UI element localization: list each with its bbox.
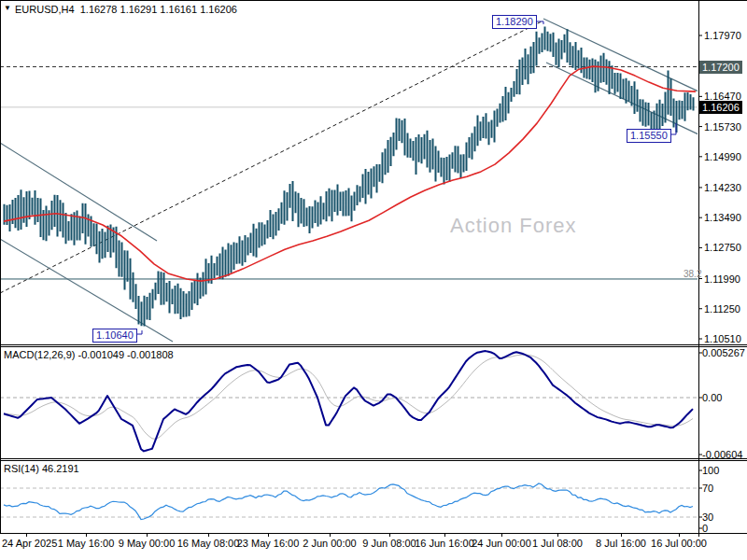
- mt4-chart-window: ▼ EURUSD,H4 1.16278 1.16291 1.16161 1.16…: [0, 0, 747, 560]
- time-axis-label: 23 May 16:00: [237, 538, 300, 549]
- macd-axis-label: 0.005267: [702, 347, 745, 358]
- callout-connector: [136, 330, 142, 334]
- macd-axis-label: -0.00604: [702, 449, 742, 460]
- time-axis-label: 8 Jul 16:00: [596, 538, 646, 549]
- price-axis-label: 1.14230: [704, 182, 741, 193]
- price-axis-label: 1.15730: [704, 121, 741, 133]
- watermark: Action Forex: [450, 214, 577, 238]
- price-axis-label: 1.11250: [704, 303, 740, 315]
- price-bars: [5, 27, 694, 327]
- rsi-line: [4, 483, 693, 520]
- macd-axis-label: 0.00: [702, 392, 722, 403]
- time-axis-label: 16 Jul 00:00: [651, 538, 707, 549]
- price-axis-label: 1.11990: [704, 273, 740, 285]
- time-axis-label: 1 May 16:00: [58, 538, 115, 549]
- rsi-axis-label: 30: [702, 511, 713, 523]
- time-axis-label: 16 May 08:00: [177, 538, 240, 549]
- macd-panel[interactable]: [0, 351, 698, 451]
- current-price-axis-box: 1.16206: [699, 101, 742, 114]
- time-axis-label: 2 Jun 00:00: [303, 538, 357, 549]
- time-axis-label: 24 Apr 2025: [2, 538, 57, 549]
- price-axis-label: 1.17970: [704, 30, 741, 41]
- price-callout-label[interactable]: 1.10640: [92, 329, 137, 343]
- time-axis-label: 1 Jul 08:00: [532, 538, 583, 549]
- time-axis-label: 9 May 00:00: [119, 538, 176, 549]
- fib-38-2-label: 38.2: [684, 269, 701, 279]
- channel-trendline-0[interactable]: [0, 143, 157, 241]
- price-axis-label: 1.10510: [704, 333, 741, 344]
- ascending-dashed-trendline[interactable]: [0, 21, 543, 293]
- chart-canvas[interactable]: [0, 1, 747, 560]
- price-callout-label[interactable]: 1.15550: [627, 129, 671, 143]
- rsi-panel[interactable]: [0, 483, 698, 520]
- main-panel[interactable]: [0, 19, 698, 342]
- rsi-axis-label: 0: [702, 523, 708, 534]
- resistance-level-axis-box: 1.17200: [699, 61, 742, 74]
- macd-indicator-label: MACD(12,26,9) -0.001049 -0.001808: [4, 349, 174, 360]
- rsi-axis-label: 70: [702, 483, 713, 494]
- price-callout-label[interactable]: 1.18290: [492, 15, 537, 29]
- price-axis-label: 1.13490: [704, 212, 741, 223]
- time-axis-label: 24 Jun 00:00: [472, 538, 531, 549]
- rsi-axis-label: 100: [702, 465, 719, 476]
- rsi-indicator-label: RSI(14) 46.2191: [4, 463, 79, 474]
- macd-main-line: [4, 351, 693, 451]
- time-axis-label: 9 Jun 08:00: [362, 538, 416, 549]
- channel-trendline-1[interactable]: [0, 239, 173, 342]
- price-axis-label: 1.12750: [704, 242, 741, 253]
- price-axis-label: 1.14990: [704, 151, 741, 162]
- time-axis-label: 16 Jun 16:00: [415, 538, 474, 549]
